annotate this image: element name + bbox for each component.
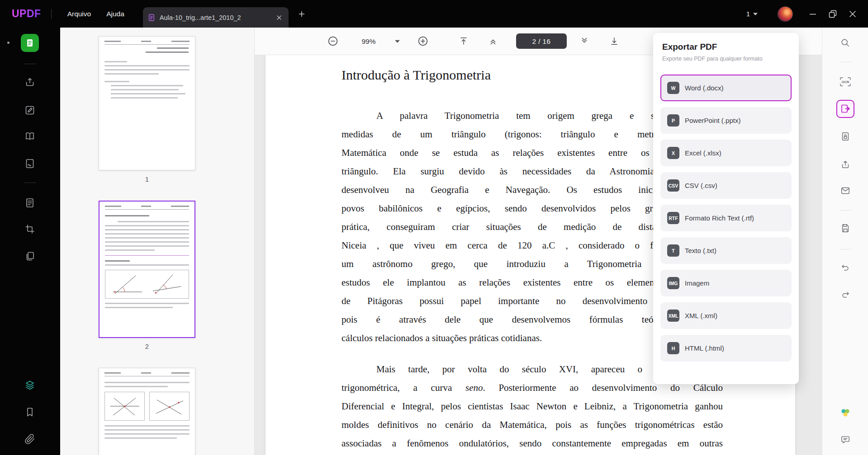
thumb-line xyxy=(104,437,177,439)
export-panel-title: Exportar PDF xyxy=(662,42,790,52)
file-type-icon: RTF xyxy=(667,212,679,224)
ocr-button[interactable]: OCR xyxy=(822,77,868,87)
export-format-list: W Word (.docx) P PowerPoint (.pptx) X Ex… xyxy=(660,75,792,361)
first-page-button[interactable] xyxy=(458,35,470,47)
zoom-out-button[interactable] xyxy=(327,35,339,47)
export-format-option[interactable]: P PowerPoint (.pptx) xyxy=(660,107,792,134)
new-tab-button[interactable] xyxy=(295,7,308,21)
toolbar-divider xyxy=(840,62,851,62)
page-indicator[interactable]: 2 / 16 xyxy=(516,33,567,49)
close-icon xyxy=(847,9,858,19)
restore-button[interactable] xyxy=(823,4,843,24)
next-page-button[interactable] xyxy=(579,35,590,47)
thumb-line xyxy=(105,249,155,251)
bookmark-icon xyxy=(24,407,35,417)
feedback-button[interactable] xyxy=(822,435,868,445)
right-toolbar: OCR xyxy=(822,28,868,455)
document-tab[interactable]: Aula-10_trig...arte1_2010_2 xyxy=(143,7,289,28)
thumb-section-rule xyxy=(105,255,189,256)
protect-document-button[interactable] xyxy=(822,131,868,141)
thumb-line xyxy=(105,241,189,243)
zoom-level[interactable]: 99% xyxy=(353,28,384,55)
thumb-line xyxy=(104,81,129,82)
export-format-option[interactable]: CSV CSV (.csv) xyxy=(660,172,792,199)
undo-button[interactable] xyxy=(822,263,868,272)
save-button[interactable] xyxy=(822,223,868,233)
redo-button[interactable] xyxy=(822,290,868,300)
export-format-label: HTML (.html) xyxy=(685,344,724,352)
edit-tool-button[interactable] xyxy=(24,105,35,116)
minimize-button[interactable] xyxy=(803,4,823,24)
file-type-icon: X xyxy=(667,147,679,159)
export-format-option[interactable]: H HTML (.html) xyxy=(660,335,792,361)
left-toolbar xyxy=(0,28,60,455)
plus-circle-icon xyxy=(417,35,429,47)
share-tool-button[interactable] xyxy=(24,76,35,87)
chevron-down-icon xyxy=(395,40,400,43)
attachment-button[interactable] xyxy=(24,434,35,445)
file-type-icon: XML xyxy=(667,310,679,322)
export-format-option[interactable]: RTF Formato Rich Text (.rtf) xyxy=(660,205,792,231)
open-documents-dropdown[interactable]: 1 xyxy=(742,10,762,18)
thumb-line xyxy=(105,303,189,304)
read-mode-button[interactable] xyxy=(24,131,35,141)
export-format-label: Formato Rich Text (.rtf) xyxy=(685,214,754,222)
ocr-icon: OCR xyxy=(840,77,851,87)
email-button[interactable] xyxy=(822,186,868,196)
export-format-option[interactable]: IMG Imagem xyxy=(660,270,792,296)
export-pdf-panel: Exportar PDF Exporte seu PDF para qualqu… xyxy=(653,33,799,384)
zoom-dropdown[interactable] xyxy=(391,35,403,47)
export-format-label: Texto (.txt) xyxy=(685,247,716,254)
export-panel-subtitle: Exporte seu PDF para qualquer formato xyxy=(662,56,790,62)
sign-tool-button[interactable] xyxy=(24,158,35,169)
menu-ajuda[interactable]: Ajuda xyxy=(99,0,132,28)
restore-icon xyxy=(827,9,838,19)
thumb-line xyxy=(111,93,185,94)
page-thumbnail-1[interactable] xyxy=(99,36,195,170)
reader-mode-button[interactable] xyxy=(21,34,39,52)
previous-page-button[interactable] xyxy=(487,35,499,47)
page-thumbnail-2[interactable] xyxy=(99,201,195,338)
zoom-in-button[interactable] xyxy=(417,35,429,47)
thumb-line xyxy=(104,382,190,383)
share-button[interactable] xyxy=(822,159,868,169)
save-icon xyxy=(840,223,850,233)
thumbnail-panel: 1 2 xyxy=(60,28,255,455)
export-format-label: XML (.xml) xyxy=(685,312,717,319)
tab-close-icon[interactable] xyxy=(274,13,284,23)
export-format-option[interactable]: XML XML (.xml) xyxy=(660,302,792,329)
title-bar: UPDF Arquivo Ajuda Aula-10_trig...arte1_… xyxy=(0,0,868,28)
thumb-line xyxy=(104,69,190,70)
file-type-icon: P xyxy=(667,114,679,127)
export-format-option[interactable]: W Word (.docx) xyxy=(660,75,792,101)
toolbar-divider xyxy=(840,249,851,249)
bookmark-button[interactable] xyxy=(24,407,35,417)
organize-pages-button[interactable] xyxy=(24,197,35,208)
thumb-line xyxy=(105,260,130,262)
thumb-line xyxy=(111,85,183,86)
export-format-option[interactable]: T Texto (.txt) xyxy=(660,237,792,264)
search-button[interactable] xyxy=(822,38,868,48)
geometry-diagram xyxy=(109,395,141,417)
pdf-doc-icon xyxy=(147,14,156,22)
export-pdf-button[interactable] xyxy=(836,100,854,118)
titlebar-right-group: 1 xyxy=(742,4,868,24)
menu-arquivo[interactable]: Arquivo xyxy=(60,0,99,28)
crop-tool-button[interactable] xyxy=(24,224,35,235)
user-avatar[interactable] xyxy=(778,6,793,22)
layers-button[interactable] xyxy=(24,380,35,390)
document-text-line: associadas a fenômenos ondulatórios, sen… xyxy=(342,434,723,453)
pages-tool-button[interactable] xyxy=(24,251,35,262)
ai-assistant-button[interactable] xyxy=(822,407,868,418)
close-button[interactable] xyxy=(843,4,863,24)
thumb-figure-box xyxy=(105,270,189,299)
page-thumbnail-3[interactable] xyxy=(99,368,195,455)
arrow-to-bottom-icon xyxy=(609,36,619,46)
thumb-line xyxy=(105,245,189,247)
thumb-line xyxy=(105,215,149,216)
last-page-button[interactable] xyxy=(608,35,620,47)
export-format-option[interactable]: X Excel (.xlsx) xyxy=(660,140,792,166)
minus-circle-icon xyxy=(327,35,339,47)
thumb-line xyxy=(141,372,151,374)
thumb-header xyxy=(104,41,190,42)
